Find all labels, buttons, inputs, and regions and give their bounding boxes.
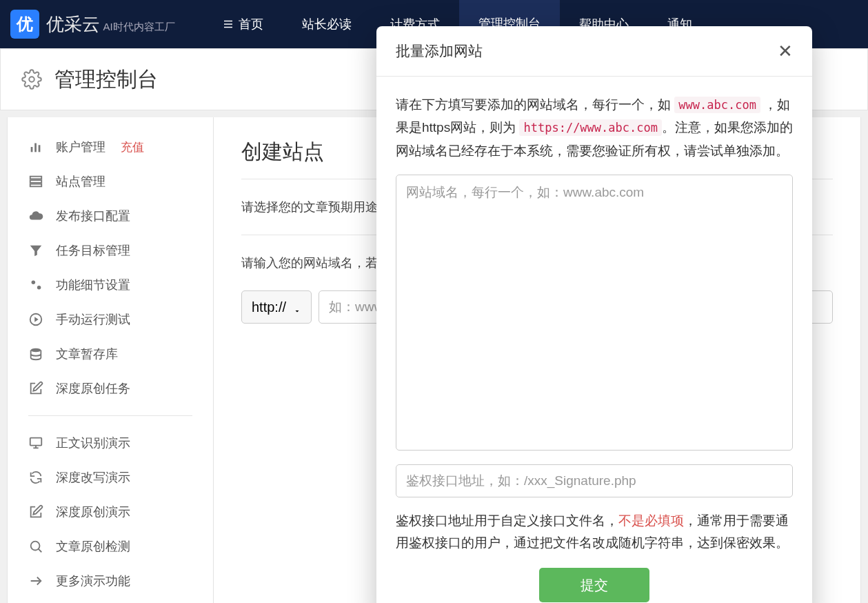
- cloud-upload-icon: [28, 208, 43, 224]
- auth-url-input[interactable]: [396, 464, 793, 497]
- sidebar-item-account[interactable]: 账户管理充值: [14, 130, 206, 164]
- sidebar-item-settings[interactable]: 功能细节设置: [14, 268, 206, 302]
- edit-icon: [28, 504, 43, 520]
- grid-icon: [28, 174, 43, 189]
- recharge-badge[interactable]: 充值: [121, 139, 144, 155]
- optional-label: 不是必填项: [618, 513, 684, 528]
- example-https: https://www.abc.com: [519, 119, 661, 136]
- sidebar-item-detect[interactable]: 文章原创检测: [14, 529, 206, 564]
- filter-icon: [28, 243, 43, 258]
- submit-button[interactable]: 提交: [539, 568, 649, 602]
- svg-rect-7: [30, 177, 42, 179]
- sidebar-item-more[interactable]: 更多演示功能: [14, 564, 206, 598]
- sidebar-separator: [28, 415, 192, 416]
- monitor-icon: [28, 435, 43, 451]
- sidebar-label: 正文识别演示: [56, 435, 130, 451]
- svg-rect-9: [30, 184, 42, 187]
- domains-textarea[interactable]: [396, 175, 793, 451]
- svg-point-17: [31, 542, 40, 551]
- sidebar-item-body-demo[interactable]: 正文识别演示: [14, 426, 206, 460]
- brand-tagline: AI时代内容工厂: [103, 21, 174, 32]
- nav-webmaster[interactable]: 站长必读: [283, 0, 371, 48]
- sidebar-item-original-demo[interactable]: 深度原创演示: [14, 495, 206, 529]
- sidebar-item-manual[interactable]: 手动运行测试: [14, 302, 206, 337]
- svg-rect-4: [31, 147, 33, 152]
- svg-point-11: [37, 286, 41, 290]
- svg-point-3: [29, 77, 34, 82]
- modal-title: 批量添加网站: [396, 41, 483, 61]
- svg-rect-6: [39, 145, 41, 152]
- sidebar-label: 手动运行测试: [56, 311, 130, 328]
- sidebar-item-publish[interactable]: 发布接口配置: [14, 199, 206, 233]
- bar-chart-icon: [28, 139, 43, 155]
- svg-rect-5: [34, 144, 37, 152]
- protocol-value: http://: [252, 299, 286, 315]
- desc-text: 请在下方填写要添加的网站域名，每行一个，如: [396, 97, 674, 112]
- svg-point-13: [31, 348, 41, 353]
- sidebar-item-tasks[interactable]: 任务目标管理: [14, 233, 206, 268]
- logo-mark: 优: [10, 10, 39, 39]
- note-text: 鉴权接口地址用于自定义接口文件名，: [396, 513, 618, 528]
- chevron-down-icon: [293, 303, 301, 311]
- close-icon[interactable]: ✕: [778, 42, 793, 60]
- sidebar-item-sites[interactable]: 站点管理: [14, 164, 206, 199]
- sidebar-item-rewrite-demo[interactable]: 深度改写演示: [14, 460, 206, 495]
- sidebar-label: 发布接口配置: [56, 208, 130, 224]
- play-circle-icon: [28, 312, 43, 327]
- sidebar-label: 账户管理: [56, 139, 105, 155]
- share-icon: [28, 573, 43, 589]
- sidebar: 账户管理充值 站点管理 发布接口配置 任务目标管理 功能细节设置 手动运行测试 …: [7, 117, 214, 603]
- nav-home[interactable]: 首页: [203, 0, 283, 48]
- database-icon: [28, 346, 43, 362]
- protocol-select[interactable]: http://: [241, 290, 312, 324]
- svg-rect-14: [30, 438, 42, 446]
- nav-webmaster-label: 站长必读: [302, 16, 352, 32]
- bulk-add-modal: 批量添加网站 ✕ 请在下方填写要添加的网站域名，每行一个，如 www.abc.c…: [376, 26, 812, 603]
- svg-line-18: [39, 549, 42, 553]
- edit-icon: [28, 381, 43, 396]
- cogs-icon: [28, 277, 43, 293]
- sidebar-label: 深度改写演示: [56, 469, 130, 486]
- sidebar-label: 更多演示功能: [56, 573, 130, 589]
- example-domain: www.abc.com: [674, 97, 760, 113]
- refresh-icon: [28, 470, 43, 485]
- sidebar-label: 文章暂存库: [56, 346, 118, 362]
- sidebar-label: 深度原创演示: [56, 504, 130, 520]
- list-icon: [222, 18, 234, 30]
- sidebar-label: 深度原创任务: [56, 380, 130, 397]
- svg-rect-8: [30, 180, 42, 183]
- sidebar-label: 任务目标管理: [56, 242, 130, 259]
- sidebar-label: 站点管理: [56, 173, 105, 190]
- svg-point-10: [32, 281, 36, 285]
- sidebar-label: 功能细节设置: [56, 277, 130, 293]
- nav-home-label: 首页: [239, 16, 263, 32]
- modal-description: 请在下方填写要添加的网站域名，每行一个，如 www.abc.com ，如果是ht…: [396, 93, 793, 162]
- brand-name: 优采云: [46, 14, 100, 34]
- auth-note: 鉴权接口地址用于自定义接口文件名，不是必填项，通常用于需要通用鉴权接口的用户，通…: [396, 510, 793, 555]
- sidebar-item-storage[interactable]: 文章暂存库: [14, 337, 206, 371]
- brand[interactable]: 优 优采云 AI时代内容工厂: [10, 10, 175, 39]
- page-title: 管理控制台: [54, 66, 158, 94]
- sidebar-item-deep-original[interactable]: 深度原创任务: [14, 371, 206, 406]
- sidebar-label: 文章原创检测: [56, 538, 130, 555]
- search-icon: [28, 539, 43, 554]
- gear-icon: [21, 69, 42, 90]
